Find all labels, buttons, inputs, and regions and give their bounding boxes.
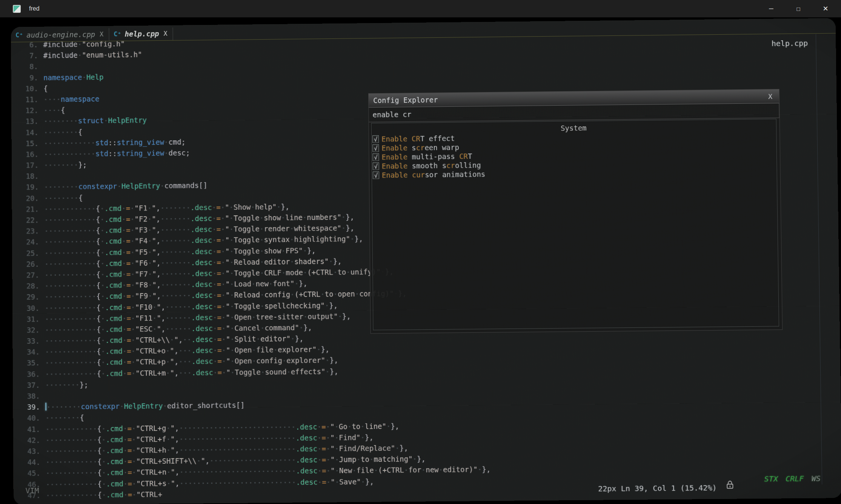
- status-flag-ws[interactable]: WS: [812, 474, 821, 483]
- line-number: 23.: [16, 226, 45, 237]
- line-number: 45.: [17, 468, 46, 479]
- tab-close-icon[interactable]: X: [100, 31, 103, 38]
- line-number: 26.: [16, 259, 45, 270]
- line-number: 15.: [15, 138, 44, 149]
- line-number: 42.: [17, 435, 46, 446]
- option-label-match: cur: [412, 171, 425, 179]
- line-number: 41.: [17, 424, 46, 435]
- line-number: 31.: [16, 313, 45, 325]
- status-flags: STXCRLFWS: [756, 474, 821, 484]
- minimize-button[interactable]: ─: [763, 5, 780, 12]
- line-number: 28.: [16, 281, 45, 292]
- option-label-match: CR: [412, 135, 420, 143]
- line-number: 16.: [15, 149, 44, 160]
- config-options-list: √Enable CRT effect√Enable screen warp√En…: [372, 131, 777, 180]
- tab-help-cpp[interactable]: C⁺ help.cpp X: [109, 28, 173, 41]
- line-number: 14.: [15, 127, 44, 138]
- option-label-match: cr: [416, 143, 425, 152]
- maximize-button[interactable]: □: [790, 6, 807, 12]
- option-label: multi-pass: [412, 152, 459, 161]
- line-number: 32.: [16, 324, 45, 336]
- config-explorer-title: Config Explorer: [373, 95, 438, 104]
- config-explorer-panel: Config Explorer X enable cr System √Enab…: [368, 89, 783, 334]
- option-label: sor animations: [425, 170, 485, 179]
- tab-close-icon[interactable]: X: [163, 30, 167, 37]
- option-label: een warp: [424, 143, 459, 152]
- line-number: 43.: [17, 446, 46, 457]
- line-number: 18.: [15, 171, 44, 182]
- line-number: 19.: [15, 182, 44, 193]
- line-number: 35.: [17, 358, 45, 369]
- option-label-match: CR: [459, 152, 468, 160]
- line-number: 22.: [16, 215, 45, 226]
- tab-label: help.cpp: [125, 29, 159, 38]
- checkbox-checked-icon[interactable]: √: [372, 144, 379, 152]
- line-number: 27.: [16, 270, 45, 281]
- crt-area: C⁺ audio-engine.cpp X C⁺ help.cpp X help…: [0, 17, 841, 504]
- line-number: 40.: [17, 413, 45, 424]
- line-number: 39.: [17, 402, 45, 413]
- option-label: T effect: [420, 134, 455, 143]
- lock-icon[interactable]: [726, 480, 734, 491]
- option-label-match: Enable: [381, 135, 412, 143]
- window-controls: ─ □ ✕: [753, 5, 834, 13]
- vim-mode-indicator: VIM: [25, 486, 39, 495]
- line-number: 11.: [15, 94, 44, 105]
- checkbox-checked-icon[interactable]: √: [372, 135, 379, 143]
- window-title: fred: [29, 5, 40, 12]
- option-label: T: [468, 152, 472, 160]
- line-number: 13.: [15, 116, 44, 127]
- line-number: 20.: [15, 193, 44, 204]
- option-label: smooth s: [412, 161, 447, 170]
- checkbox-checked-icon[interactable]: √: [372, 154, 379, 161]
- tab-audio-engine-cpp[interactable]: C⁺ audio-engine.cpp X: [11, 28, 109, 42]
- cpp-file-icon: C⁺: [15, 31, 23, 39]
- option-label-match: Enable: [382, 171, 412, 180]
- line-number: 21.: [15, 204, 44, 215]
- line-number: 36.: [17, 369, 45, 380]
- status-cursor-info: 22px Ln 39, Col 1 (15.42%): [598, 483, 717, 493]
- filename-overlay: help.cpp: [772, 38, 808, 48]
- option-label-match: cr: [446, 161, 455, 169]
- config-search-value: enable cr: [372, 110, 411, 119]
- close-button[interactable]: ✕: [817, 5, 834, 13]
- line-number: 34.: [16, 347, 45, 358]
- status-flag-stx[interactable]: STX: [764, 474, 778, 483]
- line-number: 29.: [16, 292, 45, 303]
- line-number: 17.: [15, 160, 44, 171]
- checkbox-checked-icon[interactable]: √: [373, 163, 379, 170]
- tab-label: audio-engine.cpp: [26, 30, 95, 39]
- option-label: s: [412, 144, 416, 152]
- checkbox-checked-icon[interactable]: √: [373, 171, 379, 179]
- line-number: 33.: [16, 336, 45, 347]
- line-number: 8.: [15, 61, 43, 72]
- line-number: 37.: [17, 380, 45, 391]
- panel-close-icon[interactable]: X: [766, 92, 775, 100]
- option-label-match: Enable: [382, 162, 412, 171]
- line-number: 10.: [15, 83, 44, 94]
- cpp-file-icon: C⁺: [114, 30, 121, 38]
- window-titlebar: fred ─ □ ✕: [0, 0, 841, 17]
- option-label: olling: [455, 161, 481, 170]
- line-number: 7.: [15, 50, 43, 61]
- line-number: 44.: [17, 457, 46, 468]
- option-label-match: Enable: [381, 144, 412, 152]
- line-number: 24.: [16, 237, 45, 248]
- config-options-box: System √Enable CRT effect√Enable screen …: [371, 119, 779, 330]
- line-number: 12.: [15, 105, 44, 116]
- line-number: 9.: [15, 72, 43, 83]
- line-number: 38.: [17, 391, 45, 402]
- line-number: 30.: [16, 303, 45, 314]
- app-icon: [13, 5, 21, 13]
- editor-screen: C⁺ audio-engine.cpp X C⁺ help.cpp X help…: [11, 18, 841, 504]
- option-label-match: Enable: [381, 153, 412, 161]
- status-flag-crlf[interactable]: CRLF: [786, 474, 804, 484]
- line-number: 25.: [16, 247, 45, 259]
